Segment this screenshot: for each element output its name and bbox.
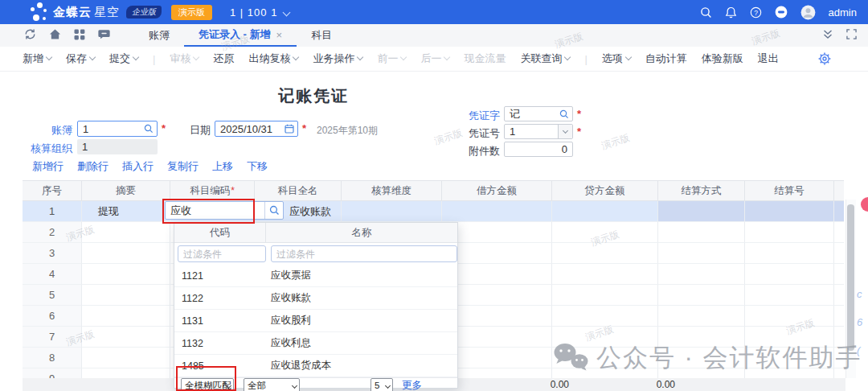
- toolbar-button-save[interactable]: 保存: [66, 51, 95, 66]
- home-icon[interactable]: [49, 28, 61, 43]
- toolbar-button-new[interactable]: 新增: [23, 51, 51, 66]
- grid-cell[interactable]: [745, 264, 834, 285]
- grid-cell[interactable]: [82, 348, 170, 368]
- apps-grid-icon[interactable]: [74, 29, 85, 43]
- grid-cell[interactable]: [658, 222, 745, 243]
- toolbar-button-linked-query[interactable]: 关联查询: [520, 51, 570, 66]
- toolbar-button-auto-calc[interactable]: 自动计算: [645, 51, 687, 66]
- lookup-icon[interactable]: [141, 124, 157, 134]
- tab-account[interactable]: 科目: [297, 24, 346, 47]
- table-row-selected[interactable]: 1 提现: [23, 201, 844, 222]
- grid-cell[interactable]: [552, 327, 658, 348]
- page-size-select[interactable]: 5: [371, 378, 393, 391]
- settle-no-cell[interactable]: [745, 201, 834, 222]
- settle-method-cell[interactable]: [658, 201, 745, 222]
- name-filter-input[interactable]: [271, 245, 457, 262]
- grid-cell[interactable]: [82, 222, 170, 243]
- delete-row-link[interactable]: 删除行: [77, 159, 108, 174]
- grid-cell[interactable]: [82, 306, 170, 327]
- grid-cell[interactable]: [834, 306, 844, 327]
- grid-cell[interactable]: [552, 348, 658, 368]
- search-icon[interactable]: [700, 6, 712, 19]
- grid-cell[interactable]: [442, 348, 552, 368]
- voucher-word-label[interactable]: 凭证字: [466, 109, 500, 123]
- account-option-row[interactable]: 1122 应收账款: [174, 287, 457, 310]
- debit-cell[interactable]: [442, 201, 552, 222]
- notification-bell-icon[interactable]: [725, 6, 737, 19]
- help-icon[interactable]: ?: [750, 6, 762, 19]
- grid-cell[interactable]: [82, 264, 170, 285]
- username[interactable]: admin: [829, 6, 857, 19]
- grid-cell[interactable]: [745, 348, 834, 368]
- ledger-label[interactable]: 账簿: [32, 123, 72, 138]
- grid-cell[interactable]: [552, 243, 658, 264]
- account-option-row[interactable]: 1485 应收退货成本: [174, 355, 457, 377]
- account-option-row[interactable]: 1121 应收票据: [174, 265, 457, 287]
- org-label[interactable]: 核算组织: [24, 142, 72, 156]
- grid-cell[interactable]: [834, 264, 844, 285]
- grid-cell[interactable]: [745, 243, 834, 264]
- tab-voucher-entry-new[interactable]: 凭证录入 - 新增 ×: [184, 24, 297, 47]
- toolbar-button-options[interactable]: 选项: [602, 51, 631, 66]
- voucher-word-input[interactable]: 记: [504, 106, 573, 121]
- summary-cell[interactable]: 提现: [82, 201, 170, 222]
- message-icon[interactable]: [98, 28, 110, 43]
- fullscreen-icon[interactable]: [846, 29, 857, 42]
- avatar[interactable]: [800, 5, 816, 20]
- date-input[interactable]: 2025/10/31: [215, 121, 298, 137]
- toolbar-button-try-new-version[interactable]: 体验新版: [702, 51, 743, 66]
- credit-cell[interactable]: [552, 201, 658, 222]
- scrollbar-thumb[interactable]: [847, 204, 854, 351]
- grid-cell[interactable]: [834, 243, 844, 264]
- grid-cell[interactable]: [658, 243, 745, 264]
- ledger-input[interactable]: 1: [77, 121, 158, 137]
- voucher-no-input[interactable]: 1: [504, 124, 573, 139]
- grid-cell[interactable]: [552, 264, 658, 285]
- account-option-row[interactable]: 1132 应收利息: [174, 332, 457, 355]
- grid-cell[interactable]: [658, 348, 745, 368]
- grid-cell[interactable]: [658, 327, 745, 348]
- grid-cell[interactable]: [658, 264, 745, 285]
- grid-cell[interactable]: [82, 327, 170, 348]
- more-link[interactable]: 更多: [402, 379, 422, 391]
- account-code-editor[interactable]: 应收: [165, 201, 284, 220]
- grid-cell[interactable]: [442, 306, 552, 327]
- floating-badge[interactable]: [861, 197, 868, 212]
- account-option-row[interactable]: 1131 应收股利: [174, 310, 457, 332]
- move-up-link[interactable]: 上移: [212, 159, 233, 174]
- gear-icon[interactable]: [818, 52, 831, 68]
- account-switcher[interactable]: 1 | 100 1: [230, 6, 277, 19]
- toolbar-button-business-ops[interactable]: 业务操作: [313, 51, 362, 66]
- grid-cell[interactable]: [442, 264, 552, 285]
- grid-cell[interactable]: [834, 285, 844, 306]
- insert-row-link[interactable]: 插入行: [122, 159, 154, 174]
- grid-cell[interactable]: [834, 327, 844, 348]
- grid-cell[interactable]: [442, 222, 552, 243]
- grid-cell[interactable]: [745, 306, 834, 327]
- grid-cell[interactable]: [82, 243, 170, 264]
- tab-close-icon[interactable]: ×: [276, 29, 283, 41]
- calendar-icon[interactable]: [281, 124, 297, 134]
- sync-icon[interactable]: [24, 28, 36, 43]
- scope-select[interactable]: 全部: [244, 378, 300, 391]
- add-row-link[interactable]: 新增行: [32, 159, 63, 174]
- grid-cell[interactable]: [552, 285, 658, 306]
- tab-ledger[interactable]: 账簿: [134, 24, 184, 47]
- grid-cell[interactable]: [745, 285, 834, 306]
- move-down-link[interactable]: 下移: [247, 159, 268, 174]
- grid-cell[interactable]: [745, 327, 834, 348]
- toolbar-button-submit[interactable]: 提交: [109, 51, 138, 66]
- grid-cell[interactable]: [745, 222, 834, 243]
- vertical-scrollbar[interactable]: [845, 200, 856, 378]
- collapse-double-chevron-icon[interactable]: [822, 29, 833, 43]
- dimension-cell[interactable]: [342, 201, 442, 222]
- do-not-disturb-icon[interactable]: [775, 6, 788, 19]
- account-lookup-icon[interactable]: [264, 202, 283, 219]
- grid-cell[interactable]: [834, 348, 844, 368]
- lookup-icon[interactable]: [556, 109, 572, 119]
- grid-cell[interactable]: [658, 285, 745, 306]
- grid-cell[interactable]: [82, 285, 170, 306]
- copy-row-link[interactable]: 复制行: [167, 159, 199, 174]
- grid-cell[interactable]: [552, 306, 658, 327]
- toolbar-button-restore[interactable]: 还原: [213, 51, 234, 66]
